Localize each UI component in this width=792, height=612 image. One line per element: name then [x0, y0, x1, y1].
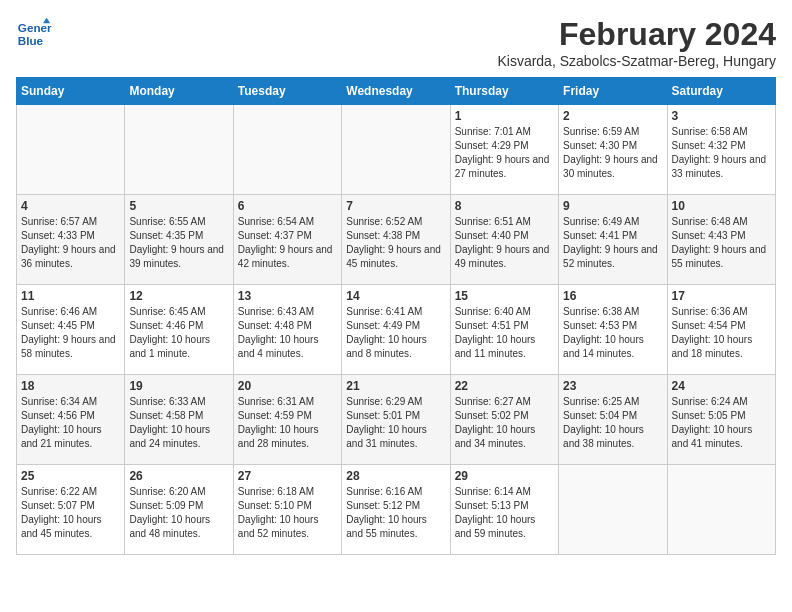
- day-info: Sunrise: 6:59 AM Sunset: 4:30 PM Dayligh…: [563, 125, 662, 181]
- day-info: Sunrise: 6:27 AM Sunset: 5:02 PM Dayligh…: [455, 395, 554, 451]
- calendar-cell: 27Sunrise: 6:18 AM Sunset: 5:10 PM Dayli…: [233, 465, 341, 555]
- day-info: Sunrise: 6:24 AM Sunset: 5:05 PM Dayligh…: [672, 395, 771, 451]
- day-number: 2: [563, 109, 662, 123]
- dow-header: Thursday: [450, 78, 558, 105]
- day-info: Sunrise: 6:18 AM Sunset: 5:10 PM Dayligh…: [238, 485, 337, 541]
- day-number: 10: [672, 199, 771, 213]
- calendar-cell: 1Sunrise: 7:01 AM Sunset: 4:29 PM Daylig…: [450, 105, 558, 195]
- day-number: 14: [346, 289, 445, 303]
- calendar-cell: 26Sunrise: 6:20 AM Sunset: 5:09 PM Dayli…: [125, 465, 233, 555]
- month-title: February 2024: [497, 16, 776, 53]
- calendar-cell: 23Sunrise: 6:25 AM Sunset: 5:04 PM Dayli…: [559, 375, 667, 465]
- calendar-week-row: 1Sunrise: 7:01 AM Sunset: 4:29 PM Daylig…: [17, 105, 776, 195]
- calendar-cell: 28Sunrise: 6:16 AM Sunset: 5:12 PM Dayli…: [342, 465, 450, 555]
- day-number: 21: [346, 379, 445, 393]
- calendar-cell: 7Sunrise: 6:52 AM Sunset: 4:38 PM Daylig…: [342, 195, 450, 285]
- calendar-cell: 15Sunrise: 6:40 AM Sunset: 4:51 PM Dayli…: [450, 285, 558, 375]
- day-info: Sunrise: 6:52 AM Sunset: 4:38 PM Dayligh…: [346, 215, 445, 271]
- day-number: 26: [129, 469, 228, 483]
- day-info: Sunrise: 6:22 AM Sunset: 5:07 PM Dayligh…: [21, 485, 120, 541]
- calendar-week-row: 25Sunrise: 6:22 AM Sunset: 5:07 PM Dayli…: [17, 465, 776, 555]
- calendar-cell: 17Sunrise: 6:36 AM Sunset: 4:54 PM Dayli…: [667, 285, 775, 375]
- day-info: Sunrise: 6:49 AM Sunset: 4:41 PM Dayligh…: [563, 215, 662, 271]
- calendar-table: SundayMondayTuesdayWednesdayThursdayFrid…: [16, 77, 776, 555]
- day-number: 15: [455, 289, 554, 303]
- calendar-cell: 2Sunrise: 6:59 AM Sunset: 4:30 PM Daylig…: [559, 105, 667, 195]
- calendar-cell: 22Sunrise: 6:27 AM Sunset: 5:02 PM Dayli…: [450, 375, 558, 465]
- calendar-cell: 14Sunrise: 6:41 AM Sunset: 4:49 PM Dayli…: [342, 285, 450, 375]
- day-info: Sunrise: 6:55 AM Sunset: 4:35 PM Dayligh…: [129, 215, 228, 271]
- day-info: Sunrise: 6:25 AM Sunset: 5:04 PM Dayligh…: [563, 395, 662, 451]
- calendar-cell: [125, 105, 233, 195]
- day-number: 16: [563, 289, 662, 303]
- calendar-cell: [233, 105, 341, 195]
- calendar-cell: [342, 105, 450, 195]
- day-info: Sunrise: 7:01 AM Sunset: 4:29 PM Dayligh…: [455, 125, 554, 181]
- dow-header: Wednesday: [342, 78, 450, 105]
- day-info: Sunrise: 6:58 AM Sunset: 4:32 PM Dayligh…: [672, 125, 771, 181]
- day-number: 8: [455, 199, 554, 213]
- day-info: Sunrise: 6:54 AM Sunset: 4:37 PM Dayligh…: [238, 215, 337, 271]
- dow-header: Tuesday: [233, 78, 341, 105]
- header: General Blue February 2024 Kisvarda, Sza…: [16, 16, 776, 69]
- day-number: 23: [563, 379, 662, 393]
- calendar-cell: 6Sunrise: 6:54 AM Sunset: 4:37 PM Daylig…: [233, 195, 341, 285]
- day-number: 29: [455, 469, 554, 483]
- day-number: 19: [129, 379, 228, 393]
- dow-header: Monday: [125, 78, 233, 105]
- calendar-cell: 13Sunrise: 6:43 AM Sunset: 4:48 PM Dayli…: [233, 285, 341, 375]
- location-title: Kisvarda, Szabolcs-Szatmar-Bereg, Hungar…: [497, 53, 776, 69]
- day-info: Sunrise: 6:40 AM Sunset: 4:51 PM Dayligh…: [455, 305, 554, 361]
- calendar-cell: 18Sunrise: 6:34 AM Sunset: 4:56 PM Dayli…: [17, 375, 125, 465]
- day-number: 6: [238, 199, 337, 213]
- calendar-week-row: 11Sunrise: 6:46 AM Sunset: 4:45 PM Dayli…: [17, 285, 776, 375]
- day-info: Sunrise: 6:57 AM Sunset: 4:33 PM Dayligh…: [21, 215, 120, 271]
- calendar-cell: 5Sunrise: 6:55 AM Sunset: 4:35 PM Daylig…: [125, 195, 233, 285]
- day-info: Sunrise: 6:48 AM Sunset: 4:43 PM Dayligh…: [672, 215, 771, 271]
- day-info: Sunrise: 6:41 AM Sunset: 4:49 PM Dayligh…: [346, 305, 445, 361]
- day-info: Sunrise: 6:51 AM Sunset: 4:40 PM Dayligh…: [455, 215, 554, 271]
- day-info: Sunrise: 6:16 AM Sunset: 5:12 PM Dayligh…: [346, 485, 445, 541]
- calendar-cell: 21Sunrise: 6:29 AM Sunset: 5:01 PM Dayli…: [342, 375, 450, 465]
- logo-icon: General Blue: [16, 16, 52, 52]
- logo: General Blue: [16, 16, 52, 52]
- calendar-cell: 29Sunrise: 6:14 AM Sunset: 5:13 PM Dayli…: [450, 465, 558, 555]
- day-number: 25: [21, 469, 120, 483]
- day-number: 3: [672, 109, 771, 123]
- calendar-cell: 20Sunrise: 6:31 AM Sunset: 4:59 PM Dayli…: [233, 375, 341, 465]
- calendar-cell: 3Sunrise: 6:58 AM Sunset: 4:32 PM Daylig…: [667, 105, 775, 195]
- svg-text:Blue: Blue: [18, 34, 44, 47]
- day-number: 12: [129, 289, 228, 303]
- day-info: Sunrise: 6:31 AM Sunset: 4:59 PM Dayligh…: [238, 395, 337, 451]
- calendar-cell: 16Sunrise: 6:38 AM Sunset: 4:53 PM Dayli…: [559, 285, 667, 375]
- calendar-cell: 8Sunrise: 6:51 AM Sunset: 4:40 PM Daylig…: [450, 195, 558, 285]
- day-number: 4: [21, 199, 120, 213]
- day-info: Sunrise: 6:38 AM Sunset: 4:53 PM Dayligh…: [563, 305, 662, 361]
- day-info: Sunrise: 6:34 AM Sunset: 4:56 PM Dayligh…: [21, 395, 120, 451]
- calendar-cell: [559, 465, 667, 555]
- calendar-week-row: 4Sunrise: 6:57 AM Sunset: 4:33 PM Daylig…: [17, 195, 776, 285]
- day-info: Sunrise: 6:43 AM Sunset: 4:48 PM Dayligh…: [238, 305, 337, 361]
- day-number: 9: [563, 199, 662, 213]
- calendar-cell: 11Sunrise: 6:46 AM Sunset: 4:45 PM Dayli…: [17, 285, 125, 375]
- dow-header: Saturday: [667, 78, 775, 105]
- day-number: 20: [238, 379, 337, 393]
- calendar-cell: [17, 105, 125, 195]
- day-number: 11: [21, 289, 120, 303]
- calendar-cell: 24Sunrise: 6:24 AM Sunset: 5:05 PM Dayli…: [667, 375, 775, 465]
- day-number: 13: [238, 289, 337, 303]
- calendar-week-row: 18Sunrise: 6:34 AM Sunset: 4:56 PM Dayli…: [17, 375, 776, 465]
- day-number: 17: [672, 289, 771, 303]
- day-number: 27: [238, 469, 337, 483]
- day-info: Sunrise: 6:14 AM Sunset: 5:13 PM Dayligh…: [455, 485, 554, 541]
- day-number: 22: [455, 379, 554, 393]
- day-info: Sunrise: 6:29 AM Sunset: 5:01 PM Dayligh…: [346, 395, 445, 451]
- day-number: 18: [21, 379, 120, 393]
- day-info: Sunrise: 6:33 AM Sunset: 4:58 PM Dayligh…: [129, 395, 228, 451]
- day-number: 24: [672, 379, 771, 393]
- calendar-cell: 10Sunrise: 6:48 AM Sunset: 4:43 PM Dayli…: [667, 195, 775, 285]
- calendar-cell: [667, 465, 775, 555]
- day-info: Sunrise: 6:20 AM Sunset: 5:09 PM Dayligh…: [129, 485, 228, 541]
- day-info: Sunrise: 6:45 AM Sunset: 4:46 PM Dayligh…: [129, 305, 228, 361]
- day-info: Sunrise: 6:36 AM Sunset: 4:54 PM Dayligh…: [672, 305, 771, 361]
